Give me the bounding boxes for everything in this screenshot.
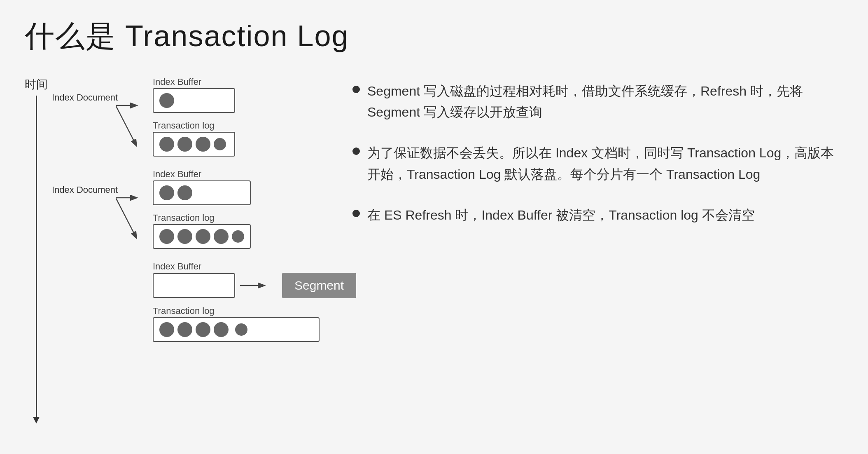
- index-buffer-label-1: Index Buffer: [153, 77, 235, 87]
- transaction-log-group-3: Transaction log: [153, 306, 320, 342]
- bullet-text-1: Segment 写入磁盘的过程相对耗时，借助文件系统缓存，Refresh 时，先…: [367, 81, 843, 123]
- tl3-dot-a: [159, 322, 174, 337]
- time-label: 时间: [25, 77, 48, 92]
- arrows-svg-2: [116, 190, 198, 264]
- tl2-dot-e: [232, 230, 244, 243]
- transaction-log-box-3: [153, 317, 320, 342]
- bullet-item-1: Segment 写入磁盘的过程相对耗时，借助文件系统缓存，Refresh 时，先…: [352, 81, 843, 123]
- time-axis-line: [36, 96, 37, 417]
- bullet-text-2: 为了保证数据不会丢失。所以在 Index 文档时，同时写 Transaction…: [367, 143, 843, 185]
- tl3-dot-d: [214, 322, 229, 337]
- bullet-list: Segment 写入磁盘的过程相对耗时，借助文件系统缓存，Refresh 时，先…: [352, 81, 843, 226]
- arrows-svg-1: [116, 98, 198, 172]
- bullet-dot-3: [352, 210, 360, 217]
- tlog-dot-1d: [214, 138, 226, 150]
- page-title: 什么是 Transaction Log: [25, 16, 843, 56]
- time-axis-arrow: [33, 417, 40, 424]
- svg-line-1: [116, 105, 136, 145]
- transaction-log-label-3: Transaction log: [153, 306, 320, 316]
- bullet-item-3: 在 ES Refresh 时，Index Buffer 被清空，Transact…: [352, 205, 843, 226]
- tl3-dot-e: [235, 323, 247, 336]
- bullet-dot-2: [352, 147, 360, 155]
- bullet-text-3: 在 ES Refresh 时，Index Buffer 被清空，Transact…: [367, 205, 755, 226]
- tl2-dot-d: [214, 229, 229, 244]
- svg-line-4: [116, 198, 136, 238]
- tl3-dot-b: [177, 322, 192, 337]
- segment-box: Segment: [282, 273, 356, 298]
- arrow-to-segment-svg: [240, 281, 269, 290]
- bullet-item-2: 为了保证数据不会丢失。所以在 Index 文档时，同时写 Transaction…: [352, 143, 843, 185]
- bullet-dot-1: [352, 86, 360, 93]
- tl3-dot-c: [196, 322, 210, 337]
- index-buffer-box-3: [153, 273, 235, 298]
